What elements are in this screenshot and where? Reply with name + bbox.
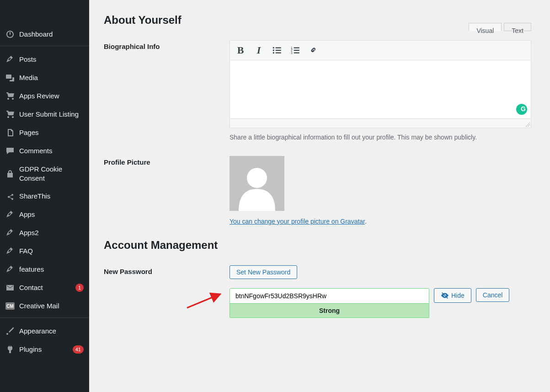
italic-button[interactable]: I (254, 45, 264, 55)
svg-point-0 (273, 47, 274, 48)
main-content: About Yourself Biographical Info Visual … (89, 0, 550, 392)
bold-button[interactable]: B (235, 45, 246, 55)
editor-tab-visual[interactable]: Visual (469, 23, 502, 31)
svg-rect-3 (276, 50, 281, 51)
sidebar-item-label: FAQ (19, 247, 84, 256)
new-password-label: New Password (104, 265, 230, 275)
pages-icon (5, 128, 15, 137)
sidebar-item-label: User Submit Listing (19, 110, 84, 119)
eye-slash-icon (441, 291, 449, 300)
sidebar-item-posts[interactable]: Posts (0, 50, 89, 69)
password-input[interactable] (230, 288, 429, 304)
brush-icon (5, 327, 15, 336)
sidebar-item-label: ShareThis (19, 192, 84, 201)
pin-icon (5, 228, 15, 237)
cart-icon (5, 110, 15, 119)
sidebar-item-user-submit-listing[interactable]: User Submit Listing (0, 105, 89, 124)
section-heading-account: Account Management (104, 239, 535, 252)
profile-picture-label: Profile Picture (104, 156, 230, 166)
sidebar-separator (0, 317, 89, 322)
grammarly-icon[interactable] (516, 104, 527, 115)
sidebar-item-gdpr[interactable]: GDPR Cookie Consent (0, 160, 89, 187)
sidebar-item-label: GDPR Cookie Consent (19, 165, 84, 183)
sidebar-item-label: Creative Mail (19, 301, 84, 311)
link-button[interactable] (309, 45, 319, 55)
sidebar-item-features[interactable]: features (0, 260, 89, 279)
avatar-placeholder (230, 156, 284, 211)
svg-point-2 (273, 49, 274, 51)
bio-editor: B I 123 (230, 40, 531, 128)
sidebar-item-dashboard[interactable]: Dashboard (0, 25, 89, 43)
svg-rect-5 (276, 52, 281, 53)
svg-rect-11 (294, 52, 299, 53)
svg-point-4 (273, 52, 274, 54)
admin-sidebar: Dashboard Posts Media Apps Review User (0, 0, 89, 392)
plug-icon (5, 345, 15, 354)
sidebar-item-label: Apps (19, 210, 84, 219)
sidebar-item-label: Apps2 (19, 228, 84, 237)
notification-badge: 41 (73, 345, 84, 354)
editor-resize-handle[interactable] (230, 118, 531, 128)
svg-rect-1 (276, 47, 281, 48)
sidebar-item-apps[interactable]: Apps (0, 205, 89, 224)
sidebar-item-appearance[interactable]: Appearance (0, 322, 89, 340)
arrow-annotation-icon (185, 292, 224, 310)
sidebar-item-apps-review[interactable]: Apps Review (0, 87, 89, 105)
sidebar-separator (0, 46, 89, 50)
sidebar-item-label: Comments (19, 146, 84, 156)
editor-toolbar: B I 123 (230, 41, 531, 60)
comment-icon (5, 146, 15, 156)
sidebar-item-label: Appearance (19, 327, 84, 336)
svg-rect-7 (294, 47, 299, 48)
sidebar-item-apps2[interactable]: Apps2 (0, 224, 89, 242)
sidebar-item-media[interactable]: Media (0, 69, 89, 87)
sidebar-item-label: features (19, 265, 84, 274)
sidebar-item-label: Posts (19, 55, 84, 64)
bio-text-area[interactable] (230, 60, 531, 118)
svg-text:3: 3 (291, 51, 293, 54)
set-new-password-button[interactable]: Set New Password (230, 265, 297, 279)
sidebar-item-faq[interactable]: FAQ (0, 242, 89, 260)
sidebar-item-label: Apps Review (19, 91, 84, 101)
pin-icon (5, 247, 15, 256)
sidebar-item-pages[interactable]: Pages (0, 124, 89, 142)
svg-rect-9 (294, 50, 299, 51)
cancel-password-button[interactable]: Cancel (476, 288, 510, 302)
pin-icon (5, 55, 15, 64)
sidebar-item-label: Contact (19, 283, 73, 292)
bullet-list-button[interactable] (272, 45, 282, 55)
sidebar-item-contact[interactable]: Contact 1 (0, 279, 89, 297)
mail-icon (5, 283, 15, 292)
password-strength-indicator: Strong (230, 304, 429, 318)
sidebar-item-label: Media (19, 73, 84, 82)
editor-tab-text[interactable]: Text (504, 23, 531, 31)
sidebar-item-creative-mail[interactable]: CM Creative Mail (0, 297, 89, 315)
sidebar-item-plugins[interactable]: Plugins 41 (0, 340, 89, 359)
bio-info-label: Biographical Info (104, 40, 230, 50)
cart-icon (5, 91, 15, 101)
lock-icon (5, 169, 15, 178)
sidebar-item-sharethis[interactable]: ShareThis (0, 187, 89, 205)
media-icon (5, 73, 15, 82)
sidebar-item-label: Plugins (19, 345, 70, 354)
notification-badge: 1 (75, 284, 84, 292)
share-icon (5, 192, 15, 201)
pin-icon (5, 210, 15, 219)
svg-point-13 (247, 168, 267, 188)
hide-password-button[interactable]: Hide (434, 288, 471, 303)
dashboard-icon (5, 30, 15, 39)
sidebar-item-comments[interactable]: Comments (0, 142, 89, 160)
svg-line-15 (187, 295, 219, 308)
cm-icon: CM (5, 301, 15, 311)
gravatar-link[interactable]: You can change your profile picture on G… (230, 218, 365, 225)
sidebar-item-label: Pages (19, 128, 84, 137)
gravatar-text: You can change your profile picture on G… (230, 218, 531, 225)
sidebar-item-label: Dashboard (19, 30, 84, 39)
bio-description: Share a little biographical information … (230, 133, 531, 142)
numbered-list-button[interactable]: 123 (290, 45, 300, 55)
pin-icon (5, 265, 15, 274)
